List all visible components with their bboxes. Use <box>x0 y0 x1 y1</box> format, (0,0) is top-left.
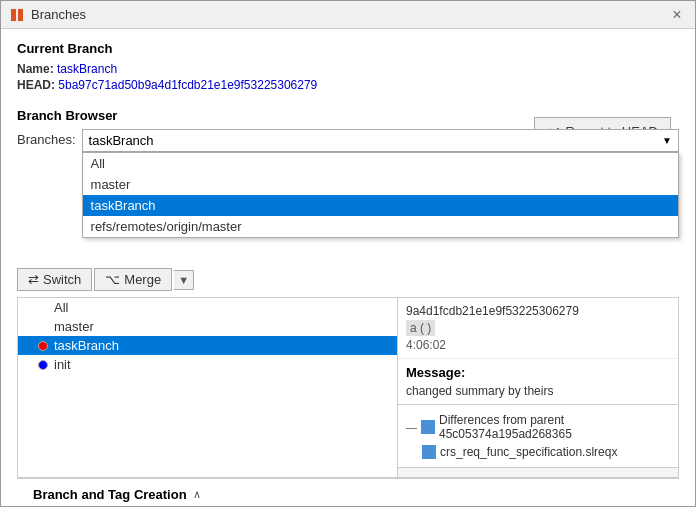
branches-window: Branches × Current Branch Name: taskBran… <box>0 0 696 507</box>
commit-info: 9a4d1fcdb21e1e9f53225306279 a ( ) 4:06:0… <box>398 298 678 359</box>
svg-rect-0 <box>11 9 16 21</box>
diff-header-text: Differences from parent 45c05374a195ad26… <box>439 413 670 441</box>
merge-dropdown-arrow[interactable]: ▼ <box>174 270 194 290</box>
diff-file-row: crs_req_func_specification.slreqx <box>398 443 678 461</box>
current-branch-title: Current Branch <box>17 41 679 56</box>
branch-item-all-label: All <box>54 300 68 315</box>
diff-folder-icon <box>421 420 435 434</box>
branch-dropdown-value: taskBranch <box>89 133 154 148</box>
branch-item-init-label: init <box>54 357 71 372</box>
toolbar: ⇄ Switch ⌥ Merge ▼ <box>17 268 679 291</box>
chevron-up-icon[interactable]: ∧ <box>193 488 201 501</box>
head-label: HEAD: <box>17 78 55 92</box>
branch-item-taskbranch-label: taskBranch <box>54 338 119 353</box>
branch-browser-section: Branch Browser Branches: taskBranch ▼ Al… <box>17 108 679 478</box>
name-label: Name: <box>17 62 54 76</box>
dropdown-option-taskbranch[interactable]: taskBranch <box>83 195 678 216</box>
current-branch-section: Current Branch Name: taskBranch HEAD: 5b… <box>17 41 679 94</box>
branch-item-all[interactable]: All <box>18 298 397 317</box>
switch-button[interactable]: ⇄ Switch <box>17 268 92 291</box>
branch-item-master[interactable]: master <box>18 317 397 336</box>
branch-item-taskbranch[interactable]: taskBranch <box>18 336 397 355</box>
main-area: All master taskBranch init <box>17 297 679 478</box>
branch-name-value: taskBranch <box>57 62 117 76</box>
dropdown-option-all[interactable]: All <box>83 153 678 174</box>
dot-blue-init <box>38 360 48 370</box>
matlab-icon <box>9 7 25 23</box>
dropdown-arrow-icon: ▼ <box>662 135 672 146</box>
commit-details-panel: 9a4d1fcdb21e1e9f53225306279 a ( ) 4:06:0… <box>398 298 678 477</box>
switch-label: Switch <box>43 272 81 287</box>
diff-file-icon <box>422 445 436 459</box>
diff-file-name: crs_req_func_specification.slreqx <box>440 445 617 459</box>
commit-author: a ( ) <box>406 320 435 336</box>
commit-hash-value: 9a4d1fcdb21e1e9f53225306279 <box>406 304 579 318</box>
branch-list-panel: All master taskBranch init <box>18 298 398 477</box>
dot-red-taskbranch <box>38 341 48 351</box>
main-content: Current Branch Name: taskBranch HEAD: 5b… <box>1 29 695 506</box>
title-bar-left: Branches <box>9 7 86 23</box>
diff-section: — Differences from parent 45c05374a195ad… <box>398 404 678 467</box>
branch-dropdown-container: taskBranch ▼ All master taskBranch refs/… <box>82 129 679 152</box>
message-section: Message: changed summary by theirs <box>398 359 678 404</box>
commit-hash: 9a4d1fcdb21e1e9f53225306279 <box>406 304 670 318</box>
title-bar: Branches × <box>1 1 695 29</box>
branches-label: Branches: <box>17 129 76 147</box>
merge-label: Merge <box>124 272 161 287</box>
close-button[interactable]: × <box>667 5 687 25</box>
branches-row: Branches: taskBranch ▼ All master taskBr… <box>17 129 679 152</box>
svg-rect-1 <box>18 9 23 21</box>
commit-author-row: a ( ) <box>406 320 670 338</box>
bottom-section: Branch and Tag Creation ∧ <box>17 478 679 506</box>
message-text: changed summary by theirs <box>406 384 670 398</box>
window-title: Branches <box>31 7 86 22</box>
branch-item-master-label: master <box>54 319 94 334</box>
branch-item-init[interactable]: init <box>18 355 397 374</box>
dropdown-option-master[interactable]: master <box>83 174 678 195</box>
horizontal-scrollbar[interactable] <box>398 467 678 477</box>
diff-header: — Differences from parent 45c05374a195ad… <box>398 411 678 443</box>
dropdown-option-refs[interactable]: refs/remotes/origin/master <box>83 216 678 237</box>
branch-dropdown-popup: All master taskBranch refs/remotes/origi… <box>82 152 679 238</box>
merge-icon: ⌥ <box>105 272 120 287</box>
head-value: 5ba97c71ad50b9a4d1fcdb21e1e9f53225306279 <box>58 78 317 92</box>
message-label: Message: <box>406 365 670 380</box>
branch-dropdown[interactable]: taskBranch ▼ <box>82 129 679 152</box>
diff-collapse-icon[interactable]: — <box>406 421 417 433</box>
switch-icon: ⇄ <box>28 272 39 287</box>
merge-button[interactable]: ⌥ Merge <box>94 268 172 291</box>
head-row: HEAD: 5ba97c71ad50b9a4d1fcdb21e1e9f53225… <box>17 78 679 92</box>
bottom-title: Branch and Tag Creation <box>33 487 187 502</box>
branch-name-row: Name: taskBranch <box>17 62 679 76</box>
commit-date: 4:06:02 <box>406 338 670 352</box>
